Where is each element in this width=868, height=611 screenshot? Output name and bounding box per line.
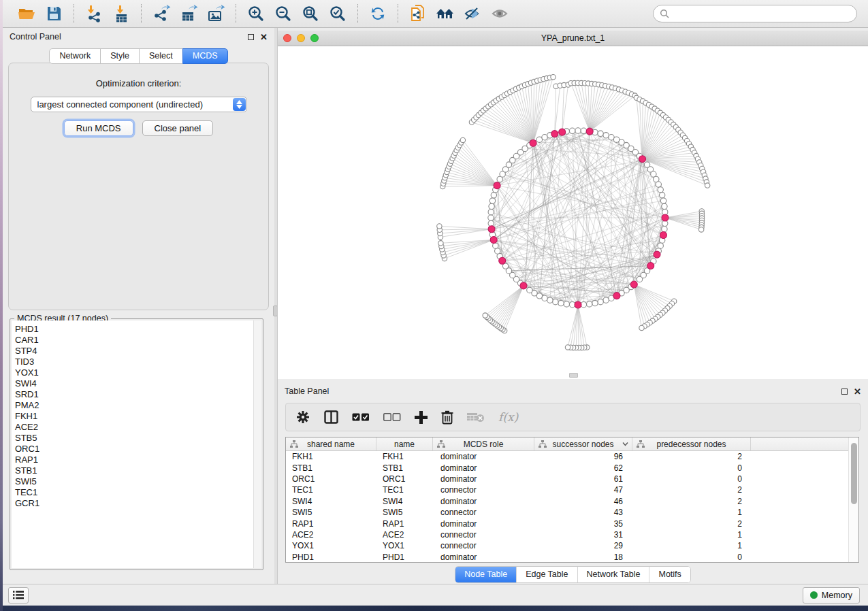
table-row[interactable]: FKH1FKH1dominator962 [286, 451, 848, 462]
mcds-list-scrollbar[interactable] [253, 320, 261, 568]
network-node[interactable] [489, 198, 495, 203]
network-node[interactable] [558, 300, 564, 306]
canvas-grip[interactable] [569, 373, 578, 378]
network-node[interactable] [603, 133, 609, 138]
delete-columns-icon[interactable] [441, 410, 453, 425]
network-node[interactable] [581, 128, 586, 133]
zoom-in-icon[interactable] [244, 3, 268, 24]
network-node[interactable] [575, 128, 581, 133]
mcds-node[interactable] [660, 232, 666, 239]
mcds-result-item[interactable]: RAP1 [15, 455, 253, 465]
table-scrollbar[interactable] [848, 437, 858, 562]
import-table-icon[interactable] [110, 3, 133, 24]
select-all-columns-icon[interactable] [352, 413, 370, 422]
table-row[interactable]: STB1STB1dominator620 [286, 462, 848, 473]
table-row[interactable]: YOX1YOX1connector291 [286, 540, 848, 551]
mcds-result-item[interactable]: STP4 [15, 346, 253, 357]
leaf-node[interactable] [551, 74, 556, 79]
network-node[interactable] [493, 243, 498, 248]
mcds-result-item[interactable]: SWI5 [15, 476, 253, 487]
mcds-node[interactable] [639, 156, 646, 163]
table-row[interactable]: PHD1PHD1dominator180 [286, 552, 848, 562]
mcds-node[interactable] [662, 214, 669, 221]
table-row[interactable]: SWI5SWI5connector431 [286, 507, 848, 518]
zoom-selected-icon[interactable] [326, 3, 349, 24]
network-canvas[interactable] [278, 46, 868, 378]
show-columns-icon[interactable] [324, 410, 338, 424]
mcds-result-item[interactable]: CAR1 [15, 335, 253, 346]
leaf-node[interactable] [460, 137, 465, 142]
mcds-result-item[interactable]: ACE2 [15, 422, 253, 433]
mcds-result-item[interactable]: SRD1 [15, 389, 253, 400]
show-panels-button[interactable] [8, 587, 29, 604]
mcds-node[interactable] [551, 131, 558, 137]
import-network-icon[interactable] [82, 3, 106, 24]
mcds-node[interactable] [488, 226, 495, 233]
unselect-all-columns-icon[interactable] [383, 413, 401, 422]
network-node[interactable] [598, 131, 603, 136]
leaf-node[interactable] [565, 345, 570, 350]
network-node[interactable] [637, 276, 642, 282]
tab-node-table[interactable]: Node Table [455, 567, 516, 582]
column-header-predecessor-nodes[interactable]: predecessor nodes [632, 437, 751, 450]
add-column-icon[interactable] [415, 411, 428, 424]
column-header-mcds-role[interactable]: MCDS role [433, 437, 534, 450]
network-node[interactable] [542, 135, 547, 140]
share-document-icon[interactable] [406, 3, 430, 24]
table-settings-icon[interactable] [295, 410, 310, 425]
network-node[interactable] [569, 128, 575, 133]
mcds-result-item[interactable]: TEC1 [15, 487, 253, 498]
mcds-result-item[interactable]: STB5 [15, 433, 253, 444]
mcds-node[interactable] [499, 257, 506, 264]
mcds-result-item[interactable]: ORC1 [15, 444, 253, 455]
delete-table-icon[interactable] [467, 412, 485, 423]
hide-graphics-details-icon[interactable] [461, 3, 484, 24]
table-row[interactable]: RAP1RAP1dominator352 [286, 518, 848, 529]
export-network-icon[interactable] [150, 3, 173, 24]
network-node[interactable] [658, 243, 663, 248]
network-node[interactable] [660, 198, 666, 203]
search-input[interactable] [673, 9, 850, 18]
network-node[interactable] [564, 301, 569, 307]
network-node[interactable] [491, 193, 496, 198]
tab-edge-table[interactable]: Edge Table [516, 567, 577, 582]
table-row[interactable]: ACE2ACE2connector311 [286, 529, 848, 540]
tab-mcds[interactable]: MCDS [182, 48, 228, 64]
column-header-name[interactable]: name [376, 437, 433, 450]
leaf-node[interactable] [438, 241, 443, 246]
network-node[interactable] [592, 300, 598, 306]
mcds-node[interactable] [586, 128, 593, 135]
leaf-node[interactable] [483, 313, 487, 318]
network-node[interactable] [656, 182, 661, 187]
mcds-node[interactable] [520, 282, 527, 289]
column-header-shared-name[interactable]: shared name [286, 437, 376, 450]
optimization-criterion-select[interactable]: largest connected component (undirected) [31, 97, 247, 112]
table-row[interactable]: ORC1ORC1dominator610 [286, 474, 848, 484]
leaf-node[interactable] [437, 224, 442, 229]
show-graphics-details-icon[interactable] [488, 3, 511, 24]
tab-select[interactable]: Select [139, 48, 183, 64]
tab-network-table[interactable]: Network Table [577, 567, 649, 582]
network-node[interactable] [553, 299, 558, 304]
network-node[interactable] [603, 297, 609, 303]
network-node[interactable] [658, 187, 663, 193]
float-panel-icon[interactable] [841, 389, 848, 395]
table-scrollbar-thumb[interactable] [851, 443, 857, 504]
network-node[interactable] [587, 301, 592, 307]
mcds-node[interactable] [530, 139, 536, 146]
refresh-icon[interactable] [366, 3, 389, 24]
close-panel-icon[interactable]: ✕ [260, 34, 268, 40]
network-overview-icon[interactable] [434, 3, 457, 24]
export-image-icon[interactable] [204, 3, 227, 24]
mcds-result-item[interactable]: GCR1 [15, 498, 253, 509]
network-node[interactable] [662, 203, 667, 209]
mcds-node[interactable] [490, 236, 497, 243]
tab-style[interactable]: Style [100, 48, 140, 64]
mcds-result-item[interactable]: YOX1 [15, 367, 253, 378]
close-panel-button[interactable]: Close panel [142, 120, 214, 136]
mcds-result-item[interactable]: TID3 [15, 357, 253, 367]
network-node[interactable] [488, 215, 494, 220]
network-node[interactable] [527, 287, 532, 293]
search-box[interactable] [653, 5, 857, 22]
network-node[interactable] [547, 297, 553, 303]
